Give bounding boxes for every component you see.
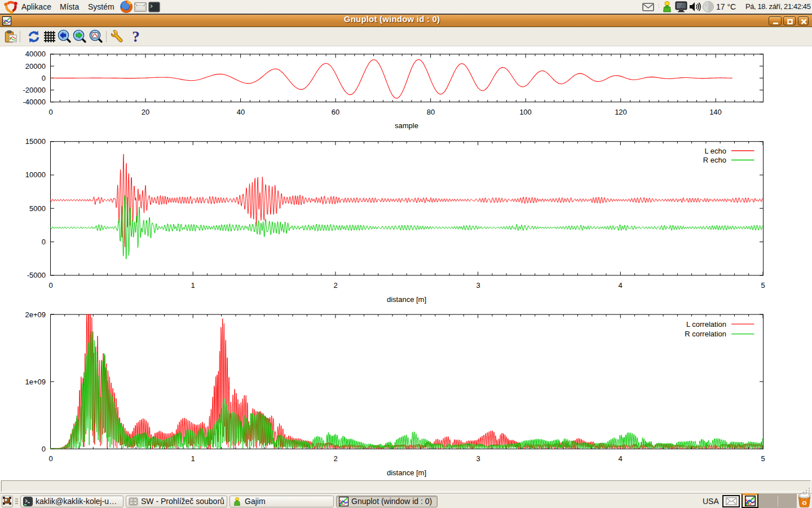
- svg-text:L echo: L echo: [704, 147, 726, 155]
- svg-text:1: 1: [191, 281, 195, 290]
- svg-text:140: 140: [709, 108, 722, 116]
- svg-text:1e+09: 1e+09: [25, 378, 46, 386]
- svg-text:120: 120: [615, 108, 627, 116]
- svg-text:R echo: R echo: [703, 156, 726, 164]
- svg-text:distance [m]: distance [m]: [387, 295, 426, 304]
- svg-text:20: 20: [142, 108, 149, 116]
- svg-text:10000: 10000: [25, 170, 46, 179]
- svg-text:60: 60: [332, 108, 339, 116]
- svg-text:sample: sample: [395, 121, 418, 130]
- svg-text:L correlation: L correlation: [686, 320, 726, 329]
- svg-text:distance [m]: distance [m]: [387, 468, 426, 477]
- svg-text:0: 0: [42, 74, 46, 82]
- svg-text:15000: 15000: [25, 137, 46, 146]
- svg-text:5000: 5000: [29, 204, 46, 213]
- svg-text:0: 0: [42, 238, 46, 246]
- svg-text:3: 3: [476, 454, 480, 463]
- svg-text:-20000: -20000: [23, 86, 46, 94]
- svg-text:-40000: -40000: [23, 98, 46, 106]
- svg-text:40: 40: [237, 108, 245, 116]
- svg-text:4: 4: [618, 281, 622, 290]
- svg-text:20000: 20000: [25, 62, 46, 71]
- svg-text:2e+09: 2e+09: [25, 310, 46, 319]
- svg-text:2: 2: [333, 454, 337, 463]
- svg-text:R correlation: R correlation: [685, 330, 726, 338]
- svg-text:?: ?: [132, 30, 140, 43]
- svg-text:-5000: -5000: [27, 271, 46, 279]
- svg-text:5: 5: [761, 281, 765, 290]
- svg-text:100: 100: [519, 108, 532, 116]
- svg-text:40000: 40000: [25, 50, 46, 58]
- svg-text:5: 5: [761, 454, 765, 463]
- svg-text:4: 4: [618, 454, 622, 463]
- svg-text:0: 0: [48, 281, 52, 290]
- svg-text:♻: ♻: [802, 500, 807, 506]
- svg-text:0: 0: [48, 108, 52, 116]
- svg-text:1: 1: [191, 454, 195, 463]
- svg-text:2: 2: [333, 281, 337, 290]
- svg-text:80: 80: [427, 108, 435, 116]
- svg-text:0: 0: [48, 454, 52, 463]
- svg-text:3: 3: [476, 281, 480, 290]
- svg-text:0: 0: [42, 445, 46, 453]
